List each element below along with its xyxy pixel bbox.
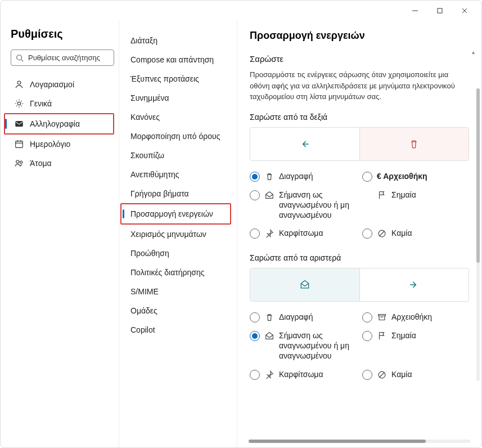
nav-item-general[interactable]: Γενικά [11,94,114,113]
scrollbar-thumb[interactable] [249,440,426,443]
window-maximize-button[interactable] [427,2,452,19]
window-minimize-button[interactable] [403,2,427,19]
option-flag-left[interactable]: Σημαία [362,330,469,341]
option-pin-left[interactable]: Καρφίτσωμα [250,369,357,380]
mid-item-attachments[interactable]: Συνημμένα [128,88,231,107]
swipe-right-options: Διαγραφή € Αρχειοθήκη Σήμανση ως αναγνωσ… [250,171,469,239]
radio-icon [362,172,372,182]
vertical-scrollbar[interactable] [476,88,480,381]
radio-icon [362,370,372,380]
svg-line-17 [380,231,385,236]
calendar-icon [14,139,24,149]
radio-icon [250,312,260,322]
trash-icon [264,172,274,182]
preview-arrow-right [359,268,469,301]
nav-item-mail[interactable]: Αλληλογραφία [11,114,113,133]
svg-line-21 [380,372,385,377]
option-delete[interactable]: Διαγραφή [250,171,357,182]
mid-item-smart[interactable]: Έξυπνες προτάσεις [128,69,231,88]
mid-item-copilot[interactable]: Copilot [128,320,231,339]
option-markread-left[interactable]: Σήμανση ως αναγνωσμένου ή μη αναγνωσμένο… [250,330,357,361]
gear-icon [14,98,24,109]
svg-point-7 [17,102,20,105]
swipe-left-options: Διαγραφή Αρχειοθήκη Σήμανση ως αναγνωσμέ… [250,312,469,380]
window-close-button[interactable] [452,2,477,19]
option-none-left[interactable]: Καμία [362,369,469,380]
nav-item-people[interactable]: Άτομα [11,154,114,173]
envelope-open-icon [264,190,274,200]
svg-point-4 [17,55,22,60]
mid-item-smime[interactable]: S/MIME [128,282,231,301]
svg-line-5 [21,59,24,61]
settings-title: Ρυθμίσεις [11,28,114,41]
mid-item-sweep[interactable]: Σκουπίζω [128,146,231,165]
none-icon [377,370,387,380]
nav-label: Άτομα [30,159,52,168]
mid-item-retention[interactable]: Πολιτικές διατήρησης [128,263,231,282]
radio-icon [250,370,260,380]
mid-item-junk[interactable]: Ανεπιθύμητης [128,165,231,184]
option-archive-left[interactable]: Αρχειοθήκη [362,312,469,322]
mail-icon [14,119,24,129]
radio-icon [250,229,260,239]
svg-rect-9 [16,141,23,148]
envelope-open-icon [264,331,274,341]
svg-rect-1 [438,8,442,13]
swipe-left-title: Σαρώστε από τα αριστερά [250,253,469,262]
option-pin[interactable]: Καρφίτσωμα [250,228,357,239]
swipe-section-title: Σαρώστε [250,54,469,64]
option-flag[interactable]: Σημαία [362,190,469,200]
none-icon [377,229,387,239]
mid-item-forwarding[interactable]: Προώθηση [128,244,231,263]
flag-icon [377,190,387,200]
collapse-caret-icon[interactable]: ▴ [472,49,475,55]
mid-item-customize-actions[interactable]: Προσαρμογή ενεργειών [128,204,230,223]
person-icon [14,79,24,89]
preview-arrow-left [250,128,359,160]
search-placeholder: Ρυθμίσεις αναζήτησης [28,53,100,62]
preview-delete [359,128,469,160]
scrollbar-thumb[interactable] [476,88,480,263]
nav-label: Ημερολόγιο [30,140,70,149]
radio-icon [362,312,372,322]
people-icon [14,158,24,168]
option-markread[interactable]: Σήμανση ως αναγνωσμένου ή μη αναγνωσμένο… [250,190,357,221]
nav-item-calendar[interactable]: Ημερολόγιο [11,135,114,154]
mid-item-rules[interactable]: Κανόνες [128,107,231,127]
swipe-right-title: Σαρώστε από τα δεξιά [250,113,469,122]
radio-icon [362,229,372,239]
pin-icon [264,229,274,239]
radio-icon [250,331,260,341]
svg-point-13 [16,160,19,163]
swipe-section-desc: Προσαρμόστε τις ενέργειες σάρωσης όταν χ… [250,69,469,102]
radio-icon [250,172,260,182]
mid-item-compose[interactable]: Compose και απάντηση [128,50,231,69]
settings-content-panel: Προσαρμογή ενεργειών ▴ Σαρώστε Προσαρμόσ… [237,21,481,447]
mid-item-groups[interactable]: Ομάδες [128,301,231,320]
radio-icon [250,190,260,200]
nav-label: Αλληλογραφία [30,119,80,128]
nav-label: Λογαριασμοί [30,80,74,89]
swipe-left-preview [250,268,469,302]
settings-left-panel: Ρυθμίσεις Ρυθμίσεις αναζήτησης Λογαριασμ… [1,21,119,447]
flag-icon [377,331,387,341]
nav-item-accounts[interactable]: Λογαριασμοί [11,75,114,94]
horizontal-scrollbar[interactable] [249,438,470,443]
mid-item-layout[interactable]: Διάταξη [128,31,231,50]
content-heading: Προσαρμογή ενεργειών [250,30,469,42]
nav-label: Γενικά [30,99,52,108]
mid-item-quicksteps[interactable]: Γρήγορα βήματα [128,184,231,203]
option-none[interactable]: Καμία [362,228,469,239]
svg-point-6 [17,81,21,84]
settings-mid-panel: Διάταξη Compose και απάντηση Έξυπνες προ… [119,21,237,447]
svg-rect-19 [379,315,386,316]
preview-markread [250,268,359,301]
mid-item-msg-handling[interactable]: Χειρισμός μηνυμάτων [128,225,231,244]
option-archive[interactable]: € Αρχειοθήκη [362,171,469,182]
mid-item-conditional[interactable]: Μορφοποίηση υπό όρους [128,127,231,146]
svg-rect-8 [15,121,23,127]
settings-search-input[interactable]: Ρυθμίσεις αναζήτησης [11,50,114,66]
option-delete-left[interactable]: Διαγραφή [250,312,357,322]
pin-icon [264,370,274,380]
trash-icon [264,312,274,322]
